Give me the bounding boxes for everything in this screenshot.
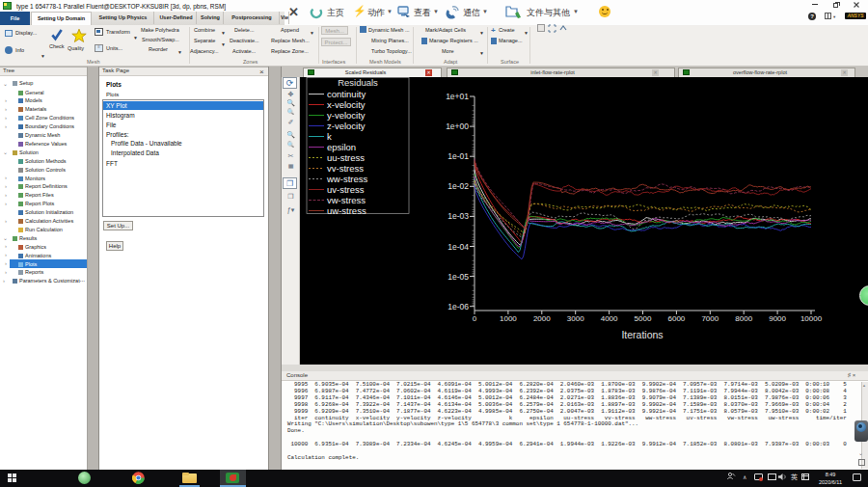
svg-text:0: 0	[473, 314, 477, 323]
svg-text:1e-06: 1e-06	[448, 302, 469, 311]
svg-text:x-velocity: x-velocity	[327, 99, 366, 110]
svg-text:10000: 10000	[800, 314, 823, 323]
svg-text:1e+01: 1e+01	[446, 92, 469, 101]
svg-text:Residuals: Residuals	[338, 77, 378, 88]
svg-text:9000: 9000	[769, 314, 786, 323]
svg-text:6000: 6000	[668, 314, 686, 323]
svg-text:5000: 5000	[635, 314, 652, 323]
svg-text:Iterations: Iterations	[621, 329, 663, 340]
svg-text:y-velocity: y-velocity	[327, 110, 366, 121]
svg-text:4000: 4000	[601, 314, 618, 323]
svg-text:uw-stress: uw-stress	[327, 205, 366, 216]
svg-text:1000: 1000	[500, 314, 517, 323]
svg-text:8000: 8000	[735, 314, 752, 323]
svg-text:vw-stress: vw-stress	[327, 195, 366, 205]
svg-text:1e-02: 1e-02	[448, 181, 469, 191]
svg-text:vv-stress: vv-stress	[327, 163, 364, 174]
svg-text:z-velocity: z-velocity	[327, 121, 366, 131]
svg-text:1e-04: 1e-04	[448, 242, 469, 252]
svg-text:uu-stress: uu-stress	[327, 152, 365, 163]
svg-text:k: k	[327, 131, 332, 142]
svg-text:1e-03: 1e-03	[448, 211, 469, 221]
svg-text:2000: 2000	[533, 314, 551, 323]
svg-text:1e+00: 1e+00	[446, 122, 469, 131]
svg-text:ww-stress: ww-stress	[326, 174, 367, 184]
svg-text:epsilon: epsilon	[327, 142, 356, 152]
svg-text:3000: 3000	[567, 314, 584, 323]
svg-text:1e-01: 1e-01	[448, 151, 469, 161]
svg-text:uv-stress: uv-stress	[327, 184, 365, 195]
svg-text:1e-05: 1e-05	[448, 272, 469, 282]
svg-text:continuity: continuity	[327, 89, 366, 99]
svg-text:7000: 7000	[701, 314, 719, 323]
